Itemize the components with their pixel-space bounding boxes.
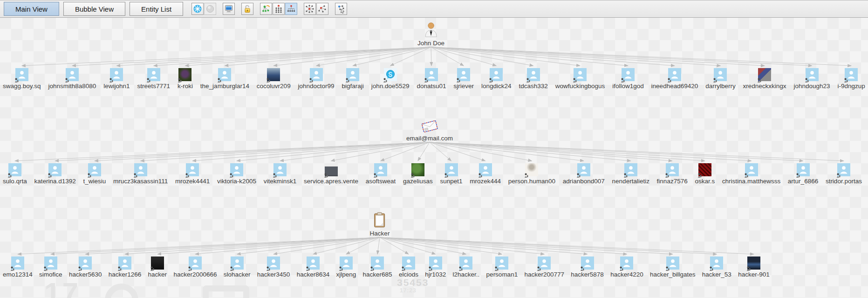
entity-node-donatsu01[interactable]: donatsu01 — [417, 68, 446, 90]
entity-node-ifollow1god[interactable]: ifollow1god — [612, 68, 644, 90]
entity-node-hacker3450[interactable]: hacker3450 — [257, 256, 290, 278]
freeze-layout-button[interactable] — [191, 3, 204, 15]
entity-node-hacker[interactable]: hacker — [148, 256, 167, 278]
entity-node-i-9dngzup[interactable]: i-9dngzup — [838, 68, 865, 90]
entity-label: christina.matthewsss — [722, 178, 780, 185]
entity-node-finnaz7576[interactable]: finnaz7576 — [657, 163, 688, 185]
entity-node-hacker-901[interactable]: hacker-901 — [738, 256, 770, 278]
entity-node-sjriever[interactable]: sjriever — [454, 68, 474, 90]
entity-node-bigfaraji[interactable]: bigfaraji — [342, 68, 364, 90]
force-layout-button[interactable] — [316, 3, 328, 15]
entity-node-the-jamburglar14[interactable]: the_jamburglar14 — [200, 68, 249, 90]
entity-node-person-human00[interactable]: person.human00 — [508, 163, 555, 185]
entity-node-t-wiesiu[interactable]: t_wiesiu — [83, 163, 106, 185]
children-row: swagg.boy.sqjohnsmith8a8080lewijohn1stre… — [3, 68, 865, 90]
entity-node-simofice[interactable]: simofice — [39, 256, 62, 278]
entity-node-k-roki[interactable]: k-roki — [178, 68, 193, 90]
entity-node-stridor-portas[interactable]: stridor.portas — [826, 163, 862, 185]
entity-label: hacker — [148, 271, 167, 278]
entity-label: viktoria-k2005 — [217, 178, 256, 185]
entity-node-hacker-billgates[interactable]: hacker_billgates — [650, 256, 696, 278]
entity-node-emo12314[interactable]: emo12314 — [3, 256, 33, 278]
clipboard-icon — [373, 212, 387, 229]
hierarchical-layout-button[interactable] — [285, 3, 297, 15]
entity-node-sulo-qrta[interactable]: sulo.qrta — [3, 163, 27, 185]
entity-label: adrianbond007 — [563, 178, 605, 185]
stop-layout-button[interactable] — [204, 3, 216, 15]
entity-node-tdcash332[interactable]: tdcash332 — [519, 68, 547, 90]
entity-node-vitekminsk1[interactable]: vitekminsk1 — [264, 163, 297, 185]
hierarchy-tree-icon — [287, 4, 296, 14]
entity-node-oskar-s[interactable]: oskar.s — [695, 163, 715, 185]
entity-node-l2hacker[interactable]: l2hacker.. — [453, 256, 480, 278]
entity-node-hacker-53[interactable]: hacker_53 — [702, 256, 731, 278]
person-avatar-icon — [666, 163, 679, 176]
root-node-john-doe[interactable]: John Doe — [417, 21, 444, 47]
entity-node-hacker5630[interactable]: hacker5630 — [69, 256, 102, 278]
entity-node-artur-6866[interactable]: artur_6866 — [788, 163, 818, 185]
entity-node-adrianbond007[interactable]: adrianbond007 — [563, 163, 605, 185]
entity-node-cocoluvr209[interactable]: cocoluvr209 — [257, 68, 291, 90]
pointer-graph-icon — [336, 4, 346, 14]
entity-node-hacker5878[interactable]: hacker5878 — [571, 256, 604, 278]
entity-node-hacker685[interactable]: hacker685 — [363, 256, 392, 278]
entity-node-slohacker[interactable]: slohacker — [224, 256, 251, 278]
block-layout-button[interactable] — [273, 3, 285, 15]
entity-node-christina-matthewsss[interactable]: christina.matthewsss — [722, 163, 780, 185]
radial-layout-button[interactable] — [304, 3, 316, 15]
person-avatar-icon — [668, 68, 681, 81]
root-node-email-mail-com[interactable]: email@mail.com — [406, 118, 453, 142]
root-label: Hacker — [370, 230, 390, 237]
entity-label: i-9dngzup — [838, 83, 865, 90]
display-view-button[interactable] — [223, 3, 235, 15]
entity-node-persoman1[interactable]: persoman1 — [486, 256, 518, 278]
tab-bubble-view[interactable]: Bubble View — [63, 2, 125, 16]
entity-node-asoftsweat[interactable]: asoftsweat — [366, 163, 396, 185]
entity-node-lewijohn1[interactable]: lewijohn1 — [103, 68, 130, 90]
entity-node-johndough23[interactable]: johndough23 — [794, 68, 830, 90]
entity-node-mrozek444[interactable]: mrozek444 — [470, 163, 501, 185]
unlock-button[interactable] — [241, 3, 253, 15]
entity-node-hacker200777[interactable]: hacker200777 — [524, 256, 564, 278]
entity-node-xredneckxkingx[interactable]: xredneckxkingx — [743, 68, 786, 90]
entity-node-swagg-boy-sq[interactable]: swagg.boy.sq — [3, 68, 41, 90]
entity-node-john-doe5529[interactable]: john.doe5529 — [371, 68, 410, 90]
entity-node-nendertalietiz[interactable]: nendertalietiz — [612, 163, 649, 185]
entity-node-johnsmith8a8080[interactable]: johnsmith8a8080 — [48, 68, 96, 90]
interactive-layout-button[interactable] — [335, 3, 347, 15]
person-avatar-icon — [147, 68, 160, 81]
entity-node-wowfuckingbogus[interactable]: wowfuckingbogus — [555, 68, 605, 90]
entity-node-hacker8634[interactable]: hacker8634 — [297, 256, 330, 278]
tab-entity-list[interactable]: Entity List — [130, 2, 183, 16]
entity-node-longdick24[interactable]: longdick24 — [481, 68, 512, 90]
person-avatar-icon — [218, 68, 231, 81]
entity-node-johndoctor99[interactable]: johndoctor99 — [298, 68, 335, 90]
entity-node-sunpet1[interactable]: sunpet1 — [440, 163, 463, 185]
entity-node-service-apres-vente[interactable]: service.apres.vente — [304, 163, 358, 185]
grid-dots-icon — [274, 4, 283, 14]
person-avatar-icon — [495, 256, 508, 270]
flower-photo-avatar-icon — [178, 68, 191, 81]
entity-node-elciods[interactable]: elciods — [399, 256, 418, 278]
entity-node-hacker1266[interactable]: hacker1266 — [109, 256, 142, 278]
graph-canvas[interactable]: John Doeswagg.boy.sqjohnsmith8a8080lewij… — [0, 18, 868, 298]
entity-node-xjlpeng[interactable]: xjlpeng — [336, 256, 356, 278]
entity-node-hacker2000666[interactable]: hacker2000666 — [173, 256, 217, 278]
entity-node-hjr1032[interactable]: hjr1032 — [425, 256, 446, 278]
entity-node-viktoria-k2005[interactable]: viktoria-k2005 — [217, 163, 256, 185]
entity-node-hacker4220[interactable]: hacker4220 — [610, 256, 643, 278]
entity-node-katerina-d1392[interactable]: katerina.d1392 — [34, 163, 75, 185]
toolbar-separator — [254, 3, 260, 15]
entity-node-mrucz3kasassin111[interactable]: mrucz3kasassin111 — [113, 163, 168, 185]
entity-node-streets7771[interactable]: streets7771 — [137, 68, 170, 90]
entity-node-darrylberry[interactable]: darrylberry — [705, 68, 736, 90]
watermark-number: 17 — [44, 276, 80, 298]
entity-node-mrozek4441[interactable]: mrozek4441 — [175, 163, 210, 185]
tab-main-view[interactable]: Main View — [4, 2, 59, 16]
root-node-hacker[interactable]: Hacker — [370, 212, 390, 237]
organic-layout-button[interactable] — [260, 3, 272, 15]
entity-label: hacker4220 — [610, 271, 643, 278]
entity-label: hacker3450 — [257, 271, 290, 278]
entity-node-gazeliusas[interactable]: gazeliusas — [403, 163, 433, 185]
entity-node-ineedhead69420[interactable]: ineedhead69420 — [651, 68, 698, 90]
